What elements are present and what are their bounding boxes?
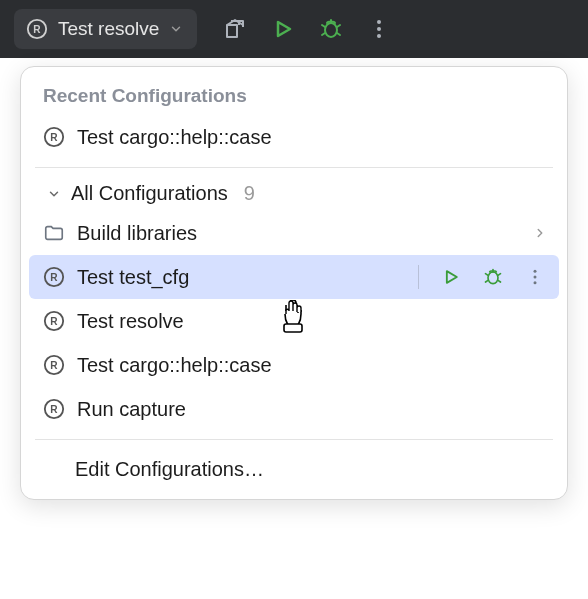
config-item[interactable]: R Run capture [21, 387, 567, 431]
svg-point-11 [534, 270, 537, 273]
config-label: Run capture [77, 398, 551, 421]
all-configs-header[interactable]: All Configurations 9 [21, 176, 567, 211]
edit-label: Edit Configurations… [75, 458, 264, 480]
config-item-folder[interactable]: Build libraries [21, 211, 567, 255]
chevron-right-icon [533, 226, 547, 240]
run-config-selector[interactable]: R Test resolve [14, 9, 197, 49]
svg-point-10 [488, 272, 498, 284]
run-config-popup: Recent Configurations R Test cargo::help… [20, 66, 568, 500]
debug-icon[interactable] [483, 267, 503, 287]
build-icon[interactable] [223, 17, 247, 41]
toolbar-actions [223, 17, 391, 41]
config-label: Test test_cfg [77, 266, 406, 289]
config-label: Test cargo::help::case [77, 126, 551, 149]
svg-point-12 [534, 276, 537, 279]
config-label: Build libraries [77, 222, 551, 245]
config-item[interactable]: R Test resolve [21, 299, 567, 343]
svg-point-5 [377, 34, 381, 38]
divider [35, 167, 553, 168]
config-item[interactable]: R Test cargo::help::case [21, 343, 567, 387]
divider [35, 439, 553, 440]
selected-config-label: Test resolve [58, 18, 159, 40]
rust-icon: R [43, 266, 65, 288]
svg-text:R: R [50, 316, 58, 327]
more-icon[interactable] [367, 17, 391, 41]
svg-text:R: R [50, 404, 58, 415]
svg-point-4 [377, 27, 381, 31]
chevron-down-icon [47, 187, 61, 201]
all-configs-title: All Configurations [71, 182, 228, 205]
toolbar: R Test resolve [0, 0, 588, 58]
svg-text:R: R [50, 272, 58, 283]
more-icon[interactable] [525, 267, 545, 287]
recent-config-item[interactable]: R Test cargo::help::case [21, 115, 567, 159]
svg-text:R: R [33, 24, 41, 35]
config-label: Test resolve [77, 310, 551, 333]
rust-icon: R [43, 398, 65, 420]
svg-point-13 [534, 281, 537, 284]
svg-text:R: R [50, 132, 58, 143]
svg-text:R: R [50, 360, 58, 371]
folder-icon [43, 222, 65, 244]
chevron-down-icon [169, 22, 183, 36]
debug-icon[interactable] [319, 17, 343, 41]
rust-icon: R [26, 18, 48, 40]
rust-icon: R [43, 354, 65, 376]
rust-icon: R [43, 126, 65, 148]
svg-point-3 [377, 20, 381, 24]
svg-point-2 [325, 23, 337, 37]
rust-icon: R [43, 310, 65, 332]
config-label: Test cargo::help::case [77, 354, 551, 377]
all-configs-count: 9 [244, 182, 255, 205]
run-icon[interactable] [271, 17, 295, 41]
separator [418, 265, 419, 289]
recent-section-title: Recent Configurations [21, 81, 567, 115]
row-actions [418, 265, 551, 289]
config-item-hovered[interactable]: R Test test_cfg [29, 255, 559, 299]
run-icon[interactable] [441, 267, 461, 287]
edit-configurations[interactable]: Edit Configurations… [21, 448, 567, 491]
